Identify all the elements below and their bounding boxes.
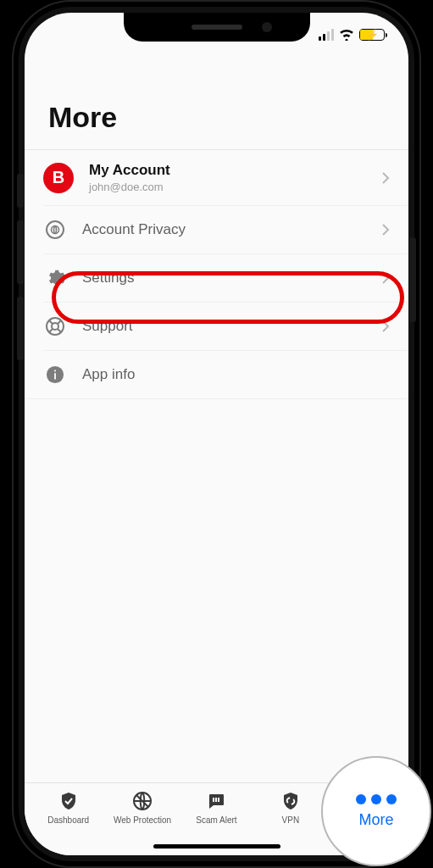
tab-web-protection[interactable]: Web Protection: [113, 790, 172, 838]
chevron-right-icon: [381, 320, 390, 333]
lifebuoy-icon: [43, 314, 67, 338]
annotation-callout-more: More: [321, 756, 431, 866]
notch: [124, 13, 310, 42]
menu-item-privacy[interactable]: Account Privacy: [25, 206, 408, 253]
menu-label-appinfo: App info: [82, 366, 390, 383]
home-indicator[interactable]: [153, 844, 280, 849]
tab-label: Dashboard: [47, 815, 89, 825]
page-content: More B My Account john@doe.com: [25, 50, 408, 855]
svg-rect-6: [54, 370, 56, 372]
chevron-right-icon: [381, 271, 390, 285]
menu-item-appinfo[interactable]: App info: [25, 351, 408, 398]
svg-point-3: [52, 323, 58, 330]
menu-label-support: Support: [82, 318, 366, 335]
wifi-icon: [339, 29, 354, 41]
tab-dashboard[interactable]: Dashboard: [39, 790, 98, 838]
chat-alert-icon: [205, 790, 227, 812]
power-button: [409, 237, 416, 322]
account-title: My Account: [89, 162, 366, 179]
more-dots-icon: [356, 794, 397, 804]
charging-bolt-icon: ⚡: [366, 29, 379, 41]
menu-label-privacy: Account Privacy: [82, 221, 366, 238]
screen: ⚡ More B My Account john@doe.com: [25, 13, 408, 855]
tab-scam-alert[interactable]: Scam Alert: [186, 790, 246, 838]
chevron-right-icon: [381, 223, 390, 236]
svg-point-0: [47, 221, 64, 238]
menu-label-settings: Settings: [82, 270, 366, 287]
shield-check-icon: [58, 790, 80, 812]
svg-rect-9: [213, 798, 214, 802]
tab-vpn[interactable]: VPN: [261, 790, 320, 838]
menu-item-support[interactable]: Support: [25, 303, 408, 350]
mute-switch: [17, 174, 24, 208]
tab-label: Scam Alert: [196, 815, 236, 825]
tab-label: VPN: [282, 815, 300, 825]
annotation-label: More: [358, 811, 393, 829]
speaker: [192, 25, 242, 30]
cellular-signal-icon: [319, 29, 334, 41]
account-email: john@doe.com: [89, 181, 366, 193]
svg-rect-10: [215, 798, 217, 802]
page-title: More: [25, 50, 408, 149]
phone-frame: ⚡ More B My Account john@doe.com: [12, 0, 421, 868]
front-camera: [262, 22, 272, 32]
svg-rect-5: [54, 373, 56, 379]
svg-point-1: [52, 226, 59, 234]
privacy-icon: [43, 218, 67, 242]
menu-item-account[interactable]: B My Account john@doe.com: [25, 150, 408, 205]
menu-item-settings[interactable]: Settings: [25, 254, 408, 302]
info-icon: [43, 363, 67, 387]
volume-down-button: [17, 297, 24, 360]
globe-block-icon: [131, 790, 153, 812]
svg-rect-11: [218, 798, 219, 802]
tab-label: Web Protection: [114, 815, 171, 825]
chevron-right-icon: [381, 171, 390, 185]
volume-up-button: [17, 220, 24, 284]
battery-icon: ⚡: [359, 29, 385, 41]
gear-icon: [43, 266, 67, 290]
avatar: B: [43, 163, 74, 193]
phone-bezel: ⚡ More B My Account john@doe.com: [19, 7, 414, 861]
link-shield-icon: [280, 790, 302, 812]
divider: [25, 398, 408, 399]
